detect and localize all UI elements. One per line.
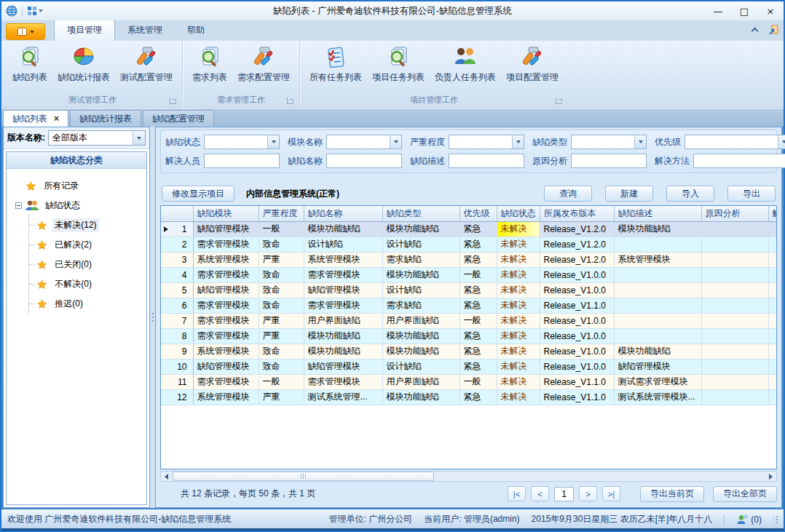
- cell-release[interactable]: Release_V1.1.0: [540, 389, 614, 405]
- cell-release[interactable]: Release_V1.0.0: [540, 267, 614, 282]
- cell-severity[interactable]: 严重: [259, 328, 304, 344]
- cell-severity[interactable]: 一般: [259, 374, 304, 389]
- table-row[interactable]: 1 缺陷管理模块 一般 模块功能缺陷 模块功能缺陷 紧急 未解决 Release…: [161, 221, 777, 237]
- col-priority[interactable]: 优先级: [459, 206, 497, 221]
- row-number-cell[interactable]: 7: [161, 313, 193, 328]
- cell-severity[interactable]: 致命: [259, 237, 304, 252]
- new-button[interactable]: 新建: [605, 186, 653, 202]
- cell-name[interactable]: 设计缺陷: [304, 237, 382, 252]
- cell-type[interactable]: 模块功能缺陷: [382, 267, 459, 282]
- col-solution[interactable]: 解决方法: [768, 206, 777, 221]
- cell-desc[interactable]: 模块功能缺陷: [614, 344, 701, 359]
- cell-module[interactable]: 需求管理模块: [193, 313, 259, 328]
- cell-cause[interactable]: [701, 221, 768, 237]
- cell-name[interactable]: 模块功能缺陷: [304, 221, 382, 237]
- row-number-cell[interactable]: 11: [161, 374, 193, 389]
- chevron-down-icon[interactable]: [634, 135, 646, 148]
- scrollbar-thumb[interactable]: [173, 472, 434, 481]
- close-button[interactable]: ×: [757, 1, 784, 20]
- test-config-button[interactable]: 测试配置管理: [115, 44, 178, 85]
- cell-status[interactable]: 未解决: [497, 344, 540, 359]
- ribbon-tab-project[interactable]: 项目管理: [54, 20, 115, 41]
- table-row[interactable]: 7 需求管理模块 严重 用户界面缺陷 用户界面缺陷 一般 未解决 Release…: [161, 313, 777, 328]
- priority-select[interactable]: [685, 135, 785, 149]
- cell-desc[interactable]: [614, 328, 701, 344]
- cell-name[interactable]: 用户界面缺陷: [304, 313, 382, 328]
- cell-priority[interactable]: 一般: [459, 267, 497, 282]
- cell-name[interactable]: 需求管理模块: [304, 374, 382, 389]
- cell-solution[interactable]: [768, 359, 777, 374]
- row-number-cell[interactable]: 10: [161, 359, 193, 374]
- table-row[interactable]: 10 缺陷管理模块 致命 缺陷管理模块 设计缺陷 紧急 未解决 Release_…: [161, 359, 777, 374]
- cell-solution[interactable]: [768, 313, 777, 328]
- cell-solution[interactable]: [768, 267, 777, 282]
- cell-cause[interactable]: [701, 267, 768, 282]
- table-row[interactable]: 12 系统管理模块 严重 测试系统管理... 模块功能缺陷 紧急 未解决 Rel…: [161, 389, 777, 405]
- cell-name[interactable]: 模块功能缺陷: [304, 328, 382, 344]
- scroll-right-icon[interactable]: [765, 472, 776, 481]
- table-row[interactable]: 9 系统管理模块 致命 模块功能缺陷 模块功能缺陷 紧急 未解决 Release…: [161, 344, 777, 359]
- cell-desc[interactable]: [614, 237, 701, 252]
- requirement-list-button[interactable]: 需求列表: [187, 44, 232, 85]
- cell-desc[interactable]: 测试需求管理模块: [614, 374, 701, 389]
- cell-name[interactable]: 缺陷管理模块: [304, 282, 382, 298]
- cell-name[interactable]: 需求管理模块: [304, 298, 382, 313]
- cell-severity[interactable]: 致命: [259, 298, 304, 313]
- cell-type[interactable]: 用户界面缺陷: [382, 374, 459, 389]
- table-row[interactable]: 8 需求管理模块 严重 模块功能缺陷 模块功能缺陷 紧急 未解决 Release…: [161, 328, 777, 344]
- cell-severity[interactable]: 严重: [259, 313, 304, 328]
- cell-module[interactable]: 系统管理模块: [193, 252, 259, 267]
- first-page-button[interactable]: |<: [508, 486, 526, 501]
- cell-cause[interactable]: [701, 374, 768, 389]
- export-current-page-button[interactable]: 导出当前页: [640, 486, 704, 502]
- col-severity[interactable]: 严重程度: [259, 206, 304, 221]
- ribbon-tab-system[interactable]: 系统管理: [115, 20, 175, 41]
- cell-module[interactable]: 缺陷管理模块: [193, 221, 259, 237]
- cell-desc[interactable]: 系统管理模块: [614, 252, 701, 267]
- cell-cause[interactable]: [701, 237, 768, 252]
- requirement-config-button[interactable]: 需求配置管理: [232, 44, 295, 85]
- cell-priority[interactable]: 紧急: [459, 328, 497, 344]
- cell-priority[interactable]: 紧急: [459, 221, 497, 237]
- defect-list-button[interactable]: 缺陷列表: [7, 44, 52, 85]
- cell-desc[interactable]: 测试系统管理模块...: [614, 389, 701, 405]
- project-tasks-button[interactable]: 项目任务列表: [367, 44, 430, 85]
- cell-priority[interactable]: 紧急: [459, 282, 497, 298]
- import-button[interactable]: 导入: [666, 186, 714, 202]
- cell-type[interactable]: 设计缺陷: [382, 237, 459, 252]
- cell-type[interactable]: 需求缺陷: [382, 298, 459, 313]
- cell-status[interactable]: 未解决: [497, 252, 540, 267]
- defect-report-button[interactable]: 缺陷统计报表: [52, 44, 115, 85]
- cell-priority[interactable]: 紧急: [459, 344, 497, 359]
- tree-item-wontfix[interactable]: ★ 不解决(0): [29, 274, 146, 294]
- defect-type-select[interactable]: [571, 135, 647, 149]
- cell-solution[interactable]: [768, 328, 777, 344]
- last-page-button[interactable]: >|: [602, 486, 620, 501]
- cell-status[interactable]: 未解决: [497, 267, 540, 282]
- cell-type[interactable]: 模块功能缺陷: [382, 389, 459, 405]
- collapse-expander-icon[interactable]: [15, 202, 22, 209]
- chevron-down-icon[interactable]: [778, 135, 785, 148]
- tab-defect-list[interactable]: 缺陷列表 ×: [3, 110, 68, 127]
- cell-status[interactable]: 未解决: [497, 237, 540, 252]
- row-number-cell[interactable]: 3: [161, 252, 193, 267]
- cell-solution[interactable]: [768, 374, 777, 389]
- col-name[interactable]: 缺陷名称: [304, 206, 382, 221]
- defect-status-select[interactable]: [204, 135, 280, 149]
- cell-name[interactable]: 缺陷管理模块: [304, 359, 382, 374]
- horizontal-scrollbar[interactable]: [160, 471, 777, 482]
- chevron-down-icon[interactable]: [267, 135, 279, 148]
- tree-item-all-records[interactable]: ★ 所有记录: [12, 176, 146, 196]
- cell-type[interactable]: 模块功能缺陷: [382, 328, 459, 344]
- col-cause[interactable]: 原因分析: [701, 206, 768, 221]
- cell-severity[interactable]: 致命: [259, 267, 304, 282]
- page-number-input[interactable]: [554, 487, 574, 501]
- cause-input[interactable]: [571, 154, 647, 168]
- cell-solution[interactable]: [768, 221, 777, 237]
- user-message-icon[interactable]: [736, 515, 748, 525]
- cell-module[interactable]: 需求管理模块: [193, 267, 259, 282]
- cell-name[interactable]: 需求管理模块: [304, 267, 382, 282]
- cell-severity[interactable]: 一般: [259, 221, 304, 237]
- cell-desc[interactable]: 缺陷管理模块: [614, 359, 701, 374]
- search-button[interactable]: 查询: [544, 186, 592, 202]
